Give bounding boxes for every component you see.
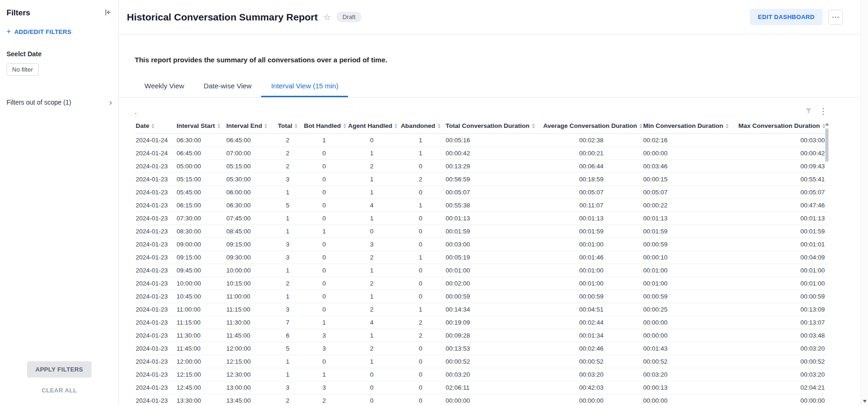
cell-abandoned: 0 (398, 394, 445, 405)
tab-date-wise-view[interactable]: Date-wise View (194, 75, 261, 97)
cell-agent-handled: 1 (347, 186, 398, 199)
cell-agent-handled: 0 (347, 394, 398, 405)
cell-average-conversation-duration: 00:42:03 (542, 381, 642, 394)
cell-total-conversation-duration: 00:03:20 (445, 368, 542, 381)
cell-agent-handled: 2 (347, 342, 398, 355)
cell-total: 2 (274, 394, 303, 405)
sort-arrows-icon (217, 124, 220, 128)
cell-date: 2024-01-24 (135, 147, 176, 160)
cell-bot-handled: 0 (303, 303, 347, 316)
sort-arrows-icon (295, 124, 297, 128)
draft-status-badge: Draft (336, 12, 362, 22)
cell-date: 2024-01-23 (135, 251, 176, 264)
table-row: 2024-01-2311:30:0011:45:00631200:09:2800… (135, 329, 828, 342)
column-header-max-conversation-duration[interactable]: Max Conversation Duration (737, 118, 828, 134)
cell-bot-handled: 0 (303, 147, 347, 160)
column-header-bot-handled[interactable]: Bot Handled (303, 118, 347, 134)
cell-interval-end: 07:45:00 (225, 212, 274, 225)
add-edit-filters-button[interactable]: + ADD/EDIT FILTERS (7, 28, 72, 35)
table-row: 2024-01-2312:15:0012:30:00110000:03:2000… (135, 368, 828, 381)
cell-total: 7 (274, 316, 303, 329)
cell-agent-handled: 4 (347, 199, 398, 212)
cell-total-conversation-duration: 00:05:07 (445, 186, 542, 199)
no-filter-chip[interactable]: No filter (7, 63, 39, 76)
cell-date: 2024-01-23 (135, 264, 176, 277)
column-label: Agent Handled (348, 122, 392, 129)
table-menu-button[interactable]: ⋮ (819, 107, 827, 115)
star-favorite-icon[interactable]: ☆ (323, 13, 331, 21)
column-header-interval-start[interactable]: Interval Start (176, 118, 225, 134)
cell-total: 3 (274, 303, 303, 316)
cell-total-conversation-duration: 02:06:11 (445, 381, 542, 394)
table-row: 2024-01-2310:00:0010:15:00202000:02:0000… (135, 277, 828, 290)
cell-max-conversation-duration: 00:47:46 (737, 199, 828, 212)
page-scrollbar[interactable] (861, 0, 868, 405)
cell-max-conversation-duration: 00:03:48 (737, 329, 828, 342)
cell-total-conversation-duration: 00:00:59 (445, 290, 542, 303)
cell-total-conversation-duration: 00:55:38 (445, 199, 542, 212)
table-row: 2024-01-2309:00:0009:15:00303000:03:0000… (135, 238, 828, 251)
column-header-agent-handled[interactable]: Agent Handled (347, 118, 398, 134)
cell-average-conversation-duration: 00:01:00 (542, 238, 642, 251)
column-header-total-conversation-duration[interactable]: Total Conversation Duration (445, 118, 542, 134)
column-header-average-conversation-duration[interactable]: Average Conversation Duration (542, 118, 642, 134)
table-row: 2024-01-2311:00:0011:15:00302100:14:3400… (135, 303, 828, 316)
cell-date: 2024-01-23 (135, 329, 176, 342)
cell-max-conversation-duration: 00:03:20 (737, 342, 828, 355)
clear-all-button[interactable]: CLEAR ALL (42, 387, 77, 394)
cell-interval-start: 05:45:00 (176, 186, 225, 199)
column-label: Average Conversation Duration (543, 122, 637, 129)
table-scrollbar-thumb[interactable] (825, 128, 829, 162)
cell-average-conversation-duration: 00:02:38 (542, 134, 642, 147)
cell-min-conversation-duration: 00:00:00 (642, 316, 737, 329)
table-row: 2024-01-2308:30:0008:45:00110000:01:5900… (135, 225, 828, 238)
widget-toolbar: ⋮ (805, 107, 827, 116)
column-header-min-conversation-duration[interactable]: Min Conversation Duration (642, 118, 737, 134)
cell-date: 2024-01-23 (135, 186, 176, 199)
cell-total-conversation-duration: 00:56:59 (445, 173, 542, 186)
column-header-interval-end[interactable]: Interval End (225, 118, 274, 134)
cell-bot-handled: 1 (303, 134, 347, 147)
cell-average-conversation-duration: 00:02:44 (542, 316, 642, 329)
cell-interval-end: 11:30:00 (225, 316, 274, 329)
cell-interval-start: 09:00:00 (176, 238, 225, 251)
tab-weekly-view[interactable]: Weekly View (135, 75, 194, 97)
column-header-date[interactable]: Date (135, 118, 176, 134)
cell-max-conversation-duration: 00:00:52 (737, 355, 828, 368)
edit-dashboard-button[interactable]: EDIT DASHBOARD (750, 9, 822, 25)
column-header-abandoned[interactable]: Abandoned (398, 118, 445, 134)
cell-bot-handled: 0 (303, 160, 347, 173)
table-row: 2024-01-2305:15:0005:30:00301200:56:5900… (135, 173, 828, 186)
cell-min-conversation-duration: 00:00:59 (642, 238, 737, 251)
cell-abandoned: 0 (398, 264, 445, 277)
cell-average-conversation-duration: 00:01:00 (542, 264, 642, 277)
more-options-button[interactable]: ⋯ (828, 10, 843, 25)
scroll-up-arrow-icon (825, 123, 829, 126)
date-filter-group: Seelct Date No filter (7, 50, 112, 76)
cell-average-conversation-duration: 00:02:46 (542, 342, 642, 355)
cell-bot-handled: 0 (303, 173, 347, 186)
cell-date: 2024-01-23 (135, 225, 176, 238)
column-header-total[interactable]: Total (274, 118, 303, 134)
table-row: 2024-01-2313:30:0013:45:00220000:00:0000… (135, 394, 828, 405)
cell-total-conversation-duration: 00:01:00 (445, 264, 542, 277)
cell-bot-handled: 1 (303, 225, 347, 238)
apply-filters-button[interactable]: APPLY FILTERS (27, 361, 92, 378)
cell-min-conversation-duration: 00:00:00 (642, 329, 737, 342)
cell-interval-end: 08:45:00 (225, 225, 274, 238)
sort-arrows-icon (264, 124, 267, 128)
cell-min-conversation-duration: 00:00:22 (642, 199, 737, 212)
cell-abandoned: 1 (398, 147, 445, 160)
cell-total: 2 (274, 160, 303, 173)
table-filter-button[interactable] (805, 107, 812, 116)
cell-abandoned: 1 (398, 199, 445, 212)
cell-interval-end: 07:00:00 (225, 147, 274, 160)
cell-total: 5 (274, 199, 303, 212)
table-scrollbar[interactable] (825, 123, 829, 405)
cell-bot-handled: 3 (303, 329, 347, 342)
filters-out-of-scope-row[interactable]: Filters out of scope (1) › (7, 98, 112, 106)
cell-bot-handled: 1 (303, 368, 347, 381)
cell-total: 6 (274, 329, 303, 342)
collapse-sidebar-button[interactable] (104, 8, 112, 18)
tab-interval-view-15-min[interactable]: Interval View (15 min) (261, 75, 348, 97)
